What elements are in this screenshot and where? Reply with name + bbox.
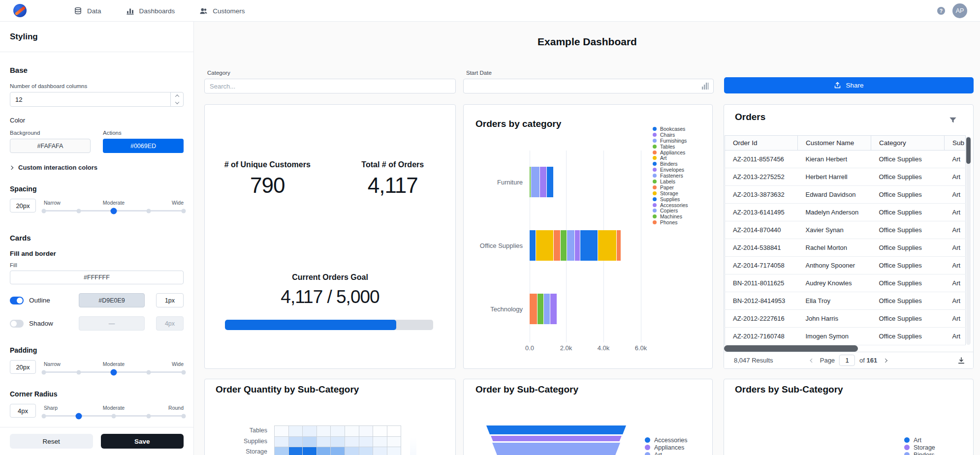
heatmap-cell[interactable]: [387, 447, 402, 455]
heatmap-cell[interactable]: [317, 447, 331, 455]
corner-radius-slider-track[interactable]: [44, 413, 184, 419]
legend-item[interactable]: Appliances: [653, 150, 688, 155]
bar-segment-copiers[interactable]: [544, 294, 550, 324]
slider-dot[interactable]: [147, 414, 151, 418]
legend-item[interactable]: Art: [904, 436, 935, 444]
bar-segment-furnishings[interactable]: [531, 167, 539, 197]
outline-width-field[interactable]: 1px: [156, 293, 184, 307]
legend-item[interactable]: Storage: [653, 190, 688, 196]
bar-segment-phones[interactable]: [530, 294, 537, 324]
heatmap-cell[interactable]: [289, 447, 303, 455]
legend-item[interactable]: Phones: [653, 219, 688, 225]
table-row[interactable]: AZ-2013-2275252Herbert HarrellOffice Sup…: [725, 168, 966, 186]
download-button[interactable]: [957, 357, 965, 364]
bar-segment-tables[interactable]: [530, 167, 531, 197]
stepper-up-button[interactable]: [171, 92, 183, 99]
spacing-value[interactable]: 20px: [10, 199, 36, 212]
nav-item-dashboards[interactable]: Dashboards: [126, 7, 175, 15]
nav-item-data[interactable]: Data: [74, 7, 101, 15]
legend-item[interactable]: Binders: [904, 451, 935, 455]
page-number-input[interactable]: [839, 355, 855, 366]
fill-color-input[interactable]: [10, 271, 184, 284]
legend-item[interactable]: Accessories: [653, 202, 688, 208]
column-header[interactable]: Customer Name: [798, 136, 871, 151]
share-button[interactable]: Share: [724, 77, 974, 93]
bar-segment-chairs[interactable]: [540, 167, 546, 197]
heatmap-cell[interactable]: [275, 437, 289, 448]
heatmap-cell[interactable]: [331, 426, 345, 437]
table-row[interactable]: AZ-2014-870440Xavier SynanOffice Supplie…: [725, 221, 966, 239]
slider-dot[interactable]: [77, 209, 81, 213]
bar-segment-appliances[interactable]: [617, 230, 621, 261]
legend-item[interactable]: Art: [653, 155, 688, 161]
bar-segment-art[interactable]: [598, 230, 616, 261]
table-row[interactable]: AZ-2013-6141495Madelyn AndersonOffice Su…: [725, 204, 966, 221]
heatmap-cell[interactable]: [345, 447, 359, 455]
slider-dot[interactable]: [42, 370, 46, 374]
stepper-down-button[interactable]: [171, 99, 183, 106]
outline-toggle[interactable]: [10, 297, 24, 304]
slider-handle[interactable]: [76, 413, 82, 419]
legend-item[interactable]: Fasteners: [653, 173, 688, 179]
heatmap-cell[interactable]: [345, 437, 359, 448]
vertical-scrollbar[interactable]: [966, 136, 971, 345]
heatmap-cell[interactable]: [373, 426, 387, 437]
previous-page-button[interactable]: [809, 357, 816, 364]
legend-item[interactable]: Copiers: [653, 208, 688, 213]
legend-item[interactable]: Tables: [653, 144, 688, 150]
outline-color-swatch[interactable]: #D9E0E9: [79, 293, 145, 307]
table-row[interactable]: BN-2012-8414953Ella TroyOffice SuppliesA…: [725, 292, 966, 310]
heatmap-cell[interactable]: [331, 447, 345, 455]
help-icon[interactable]: ?: [937, 7, 945, 15]
table-row[interactable]: AZ-2012-2227616John HarrisOffice Supplie…: [725, 310, 966, 328]
bar-segment-fasteners[interactable]: [567, 230, 574, 261]
legend-item[interactable]: Art: [645, 451, 687, 455]
padding-slider-track[interactable]: [44, 369, 184, 375]
vertical-scrollbar-thumb[interactable]: [966, 137, 971, 164]
heatmap-cell[interactable]: [373, 437, 387, 448]
heatmap-cell[interactable]: [345, 426, 359, 437]
slider-handle[interactable]: [111, 369, 117, 375]
bar-segment-bookcases[interactable]: [547, 167, 553, 197]
category-search-input[interactable]: [204, 79, 456, 93]
heatmap-cell[interactable]: [275, 447, 289, 455]
next-page-button[interactable]: [882, 357, 888, 364]
bar-segment-supplies[interactable]: [530, 230, 536, 261]
slider-dot[interactable]: [147, 370, 151, 374]
legend-item[interactable]: Bookcases: [653, 126, 688, 132]
background-color-swatch[interactable]: #FAFAFA: [10, 139, 91, 153]
heatmap-cell[interactable]: [275, 426, 289, 437]
legend-item[interactable]: Accessories: [645, 436, 687, 444]
table-row[interactable]: AZ-2014-7174058Anthony SpoonerOffice Sup…: [725, 257, 966, 274]
bar-segment-machines[interactable]: [537, 294, 543, 324]
start-date-input[interactable]: [463, 79, 714, 93]
column-header[interactable]: Order Id: [725, 136, 798, 151]
slider-dot[interactable]: [147, 209, 151, 213]
heatmap-cell[interactable]: [303, 447, 317, 455]
legend-item[interactable]: Chairs: [653, 132, 688, 138]
heatmap-cell[interactable]: [303, 437, 317, 448]
slider-dot[interactable]: [112, 414, 116, 418]
table-row[interactable]: AZ-2014-538841Rachel MortonOffice Suppli…: [725, 239, 966, 257]
horizontal-scrollbar-thumb[interactable]: [724, 345, 858, 352]
corner-radius-value[interactable]: 4px: [10, 404, 36, 418]
heatmap-cell[interactable]: [317, 426, 331, 437]
actions-color-swatch[interactable]: #0069ED: [103, 139, 184, 153]
legend-item[interactable]: Binders: [653, 161, 688, 167]
slider-dot[interactable]: [42, 414, 46, 418]
bar-segment-labels[interactable]: [561, 230, 567, 261]
app-logo[interactable]: [13, 4, 27, 17]
table-row[interactable]: AZ-2011-8557456Kieran HerbertOffice Supp…: [725, 151, 966, 168]
legend-item[interactable]: Appliances: [645, 444, 687, 451]
heatmap-cell[interactable]: [373, 447, 387, 455]
padding-value[interactable]: 20px: [10, 360, 36, 374]
heatmap-cell[interactable]: [387, 426, 402, 437]
legend-item[interactable]: Machines: [653, 213, 688, 219]
spacing-slider-track[interactable]: [44, 208, 184, 214]
table-row[interactable]: BN-2011-8011625Audrey KnowlesOffice Supp…: [725, 274, 966, 292]
filter-icon[interactable]: [949, 116, 957, 124]
column-header[interactable]: Category: [871, 136, 945, 151]
slider-dot[interactable]: [182, 414, 186, 418]
heatmap-cell[interactable]: [317, 437, 331, 448]
heatmap-cell[interactable]: [359, 426, 374, 437]
